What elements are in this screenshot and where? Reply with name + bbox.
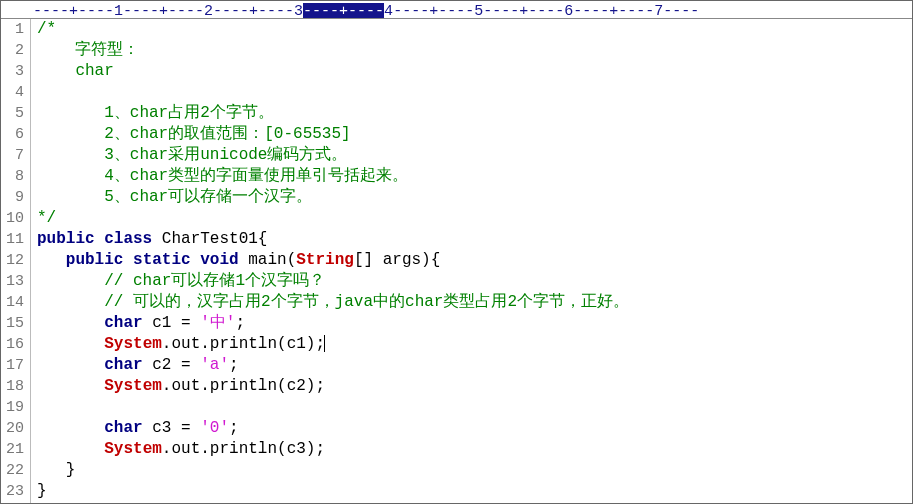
token-cm: */: [37, 209, 56, 227]
ruler-seg: 2: [204, 3, 213, 19]
token-op: c1 =: [143, 314, 201, 332]
line-number: 5: [1, 103, 24, 124]
code-line[interactable]: }: [37, 481, 629, 502]
ruler-seg: ----+----: [213, 3, 294, 19]
ruler-seg: ----+----: [33, 3, 114, 19]
ruler-seg: 4: [384, 3, 393, 19]
line-number: 15: [1, 313, 24, 334]
code-line[interactable]: public class CharTest01{: [37, 229, 629, 250]
code-line[interactable]: */: [37, 208, 629, 229]
line-number: 18: [1, 376, 24, 397]
line-number: 20: [1, 418, 24, 439]
ruler-segments: ----+----1----+----2----+----3----+----4…: [33, 3, 699, 19]
code-line[interactable]: // char可以存储1个汉字吗？: [37, 271, 629, 292]
token-kw: char: [104, 419, 142, 437]
code-line[interactable]: char: [37, 61, 629, 82]
ruler-seg: 5: [474, 3, 483, 19]
token-cm: char: [37, 62, 114, 80]
column-ruler: ----+----1----+----2----+----3----+----4…: [1, 1, 912, 19]
editor-area[interactable]: 1234567891011121314151617181920212223 /*…: [1, 19, 912, 503]
code-content[interactable]: /* 字符型： char 1、char占用2个字节。 2、char的取值范围：[…: [31, 19, 629, 503]
ruler-seg: 7: [654, 3, 663, 19]
code-line[interactable]: 4、char类型的字面量使用单引号括起来。: [37, 166, 629, 187]
token-cm: 5、char可以存储一个汉字。: [37, 188, 312, 206]
line-number: 10: [1, 208, 24, 229]
line-number: 11: [1, 229, 24, 250]
token-op: [37, 251, 66, 269]
code-line[interactable]: System.out.println(c3);: [37, 439, 629, 460]
token-op: [37, 440, 104, 458]
code-line[interactable]: 字符型：: [37, 40, 629, 61]
line-number: 1: [1, 19, 24, 40]
code-line[interactable]: [37, 82, 629, 103]
code-line[interactable]: char c3 = '0';: [37, 418, 629, 439]
code-line[interactable]: public static void main(String[] args){: [37, 250, 629, 271]
token-op: ;: [229, 356, 239, 374]
code-line[interactable]: char c2 = 'a';: [37, 355, 629, 376]
code-line[interactable]: 3、char采用unicode编码方式。: [37, 145, 629, 166]
token-op: }: [37, 482, 47, 500]
line-number: 21: [1, 439, 24, 460]
token-cls: main: [248, 251, 286, 269]
line-number: 13: [1, 271, 24, 292]
line-number: 19: [1, 397, 24, 418]
line-number: 8: [1, 166, 24, 187]
token-op: [] args){: [354, 251, 440, 269]
token-cm: /*: [37, 20, 56, 38]
token-typ: System: [104, 440, 162, 458]
line-number: 2: [1, 40, 24, 61]
code-line[interactable]: // 可以的，汉字占用2个字节，java中的char类型占用2个字节，正好。: [37, 292, 629, 313]
code-line[interactable]: [37, 397, 629, 418]
text-caret: [324, 335, 325, 352]
token-cm: 2、char的取值范围：[0-65535]: [37, 125, 351, 143]
token-kw: public class: [37, 230, 162, 248]
token-cm: 3、char采用unicode编码方式。: [37, 146, 347, 164]
token-typ: System: [104, 377, 162, 395]
token-kw: char: [104, 314, 142, 332]
token-op: [37, 377, 104, 395]
token-op: }: [37, 461, 75, 479]
ruler-seg: ----: [663, 3, 699, 19]
token-str: 'a': [200, 356, 229, 374]
token-op: (: [287, 251, 297, 269]
code-line[interactable]: }: [37, 460, 629, 481]
ruler-seg: 1: [114, 3, 123, 19]
token-op: c2 =: [143, 356, 201, 374]
token-cm: // char可以存储1个汉字吗？: [37, 272, 325, 290]
code-line[interactable]: /*: [37, 19, 629, 40]
ruler-seg: ----+----: [393, 3, 474, 19]
token-op: [37, 356, 104, 374]
ruler-seg: ----+----: [303, 3, 384, 19]
token-cm: // 可以的，汉字占用2个字节，java中的char类型占用2个字节，正好。: [37, 293, 629, 311]
token-op: ;: [229, 419, 239, 437]
token-cm: 1、char占用2个字节。: [37, 104, 274, 122]
token-kw: char: [104, 356, 142, 374]
line-number: 14: [1, 292, 24, 313]
code-line[interactable]: System.out.println(c2);: [37, 376, 629, 397]
token-op: .out.println(c3);: [162, 440, 325, 458]
line-number: 6: [1, 124, 24, 145]
token-kw: public static void: [66, 251, 248, 269]
code-line[interactable]: 1、char占用2个字节。: [37, 103, 629, 124]
code-line[interactable]: System.out.println(c1);: [37, 334, 629, 355]
code-line[interactable]: 2、char的取值范围：[0-65535]: [37, 124, 629, 145]
line-number: 22: [1, 460, 24, 481]
line-number: 17: [1, 355, 24, 376]
line-number-gutter: 1234567891011121314151617181920212223: [1, 19, 31, 503]
ruler-seg: 3: [294, 3, 303, 19]
code-line[interactable]: 5、char可以存储一个汉字。: [37, 187, 629, 208]
token-cls: CharTest01: [162, 230, 258, 248]
token-cm: 字符型：: [37, 41, 139, 59]
ruler-seg: ----+----: [573, 3, 654, 19]
line-number: 23: [1, 481, 24, 502]
token-str: '中': [200, 314, 235, 332]
ruler-seg: ----+----: [483, 3, 564, 19]
token-op: [37, 335, 104, 353]
token-op: [37, 314, 104, 332]
token-op: .out.println(c2);: [162, 377, 325, 395]
token-typ: System: [104, 335, 162, 353]
code-line[interactable]: char c1 = '中';: [37, 313, 629, 334]
line-number: 7: [1, 145, 24, 166]
token-cm: 4、char类型的字面量使用单引号括起来。: [37, 167, 408, 185]
token-op: ;: [235, 314, 245, 332]
